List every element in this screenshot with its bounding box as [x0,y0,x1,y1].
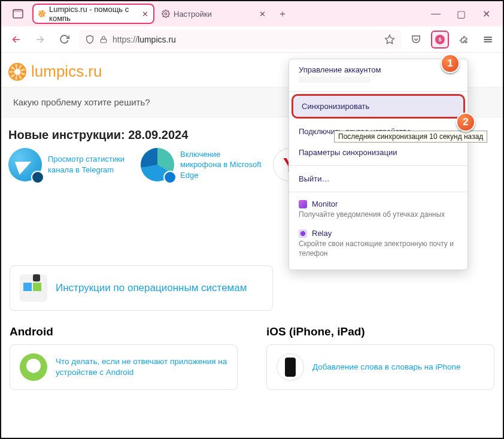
extensions-icon[interactable] [455,31,473,49]
callout-2: 2 [456,113,475,132]
search-placeholder: Какую проблему хотите решить? [13,97,150,107]
svg-point-2 [165,13,167,15]
divider [289,165,467,166]
svg-rect-1 [13,10,23,12]
window-controls: ― ▢ ✕ [430,8,498,20]
minimize-icon[interactable]: ― [430,8,442,20]
android-icon [20,353,47,381]
account-email-placeholder [299,77,371,83]
account-dropdown: Управление аккаунтом Синхронизировать По… [289,59,468,270]
brand-logo-icon [8,63,26,81]
relay-icon [299,229,307,238]
iphone-icon [277,353,304,381]
platform-card-text: Добавление слова в словарь на iPhone [312,362,461,373]
titlebar: Lumpics.ru - помощь с компь ✕ Настройки … [1,1,503,26]
divider [289,91,467,92]
favicon-lumpics [38,10,45,18]
platform-ios: iOS (iPhone, iPad) Добавление слова в сл… [258,323,503,390]
recent-tabs-icon[interactable] [6,5,30,22]
back-button[interactable] [7,31,25,49]
platform-card-ios[interactable]: Добавление слова в словарь на iPhone [266,344,494,390]
tab-close-icon[interactable]: ✕ [259,10,266,19]
lock-icon[interactable] [99,35,108,44]
url-text: https://lumpics.ru [113,35,176,44]
os-thumb-icon [20,274,47,302]
bookmark-star-icon[interactable] [384,34,395,45]
tab-lumpics[interactable]: Lumpics.ru - помощь с компь ✕ [34,5,153,23]
os-instructions-box[interactable]: Инструкции по операционным системам [10,265,273,311]
dropdown-monitor[interactable]: Monitor Получайте уведомления об утечках… [289,195,467,224]
platform-android: Android Что делать, если не отвечают при… [1,323,246,390]
maximize-icon[interactable]: ▢ [455,8,467,20]
reload-button[interactable] [55,31,73,49]
tab-title: Lumpics.ru - помощь с компь [49,5,138,23]
dropdown-sync-settings[interactable]: Параметры синхронизации [289,142,467,163]
dropdown-sync-now[interactable]: Синхронизировать [292,94,465,119]
card-text: Просмотр статистики канала в Telegram [48,154,131,175]
tab-close-icon[interactable]: ✕ [142,10,148,19]
svg-marker-4 [385,35,394,43]
edge-icon [141,148,174,181]
svg-rect-3 [101,39,106,43]
platform-heading: Android [1,323,246,344]
card-text: Включение микрофона в Microsoft Edge [180,149,263,181]
close-window-icon[interactable]: ✕ [480,8,492,20]
pocket-icon[interactable] [407,31,425,49]
platform-card-android[interactable]: Что делать, если не отвечают приложения … [10,344,238,390]
tab-settings[interactable]: Настройки ✕ [157,5,271,23]
monitor-icon [299,200,307,208]
os-box-text: Инструкции по операционным системам [56,282,247,294]
tab-title: Настройки [174,10,212,19]
gear-icon [162,10,170,18]
card-edge[interactable]: Включение микрофона в Microsoft Edge [141,148,263,181]
new-tab-button[interactable]: ＋ [274,5,291,22]
divider [289,192,467,192]
callout-1: 1 [441,54,460,73]
brand-text: lumpics.ru [31,62,102,81]
dropdown-relay[interactable]: Relay Скройте свои настоящие электронную… [289,224,467,263]
urlbar[interactable]: https://lumpics.ru [79,30,401,49]
card-telegram[interactable]: Просмотр статистики канала в Telegram [8,148,131,181]
platform-card-text: Что делать, если не отвечают приложения … [56,356,227,378]
platform-heading: iOS (iPhone, iPad) [258,323,503,344]
account-button[interactable]: s [431,31,449,49]
dropdown-sign-out[interactable]: Выйти… [289,168,467,189]
sync-tooltip: Последняя синхронизация 10 секунд назад [334,131,487,143]
forward-button[interactable] [31,31,49,49]
menu-icon[interactable] [479,31,497,49]
platforms-row: Android Что делать, если не отвечают при… [1,323,503,390]
account-avatar-icon: s [435,35,445,44]
toolbar: https://lumpics.ru s [1,26,503,53]
shield-icon[interactable] [85,35,95,44]
telegram-icon [8,148,42,181]
